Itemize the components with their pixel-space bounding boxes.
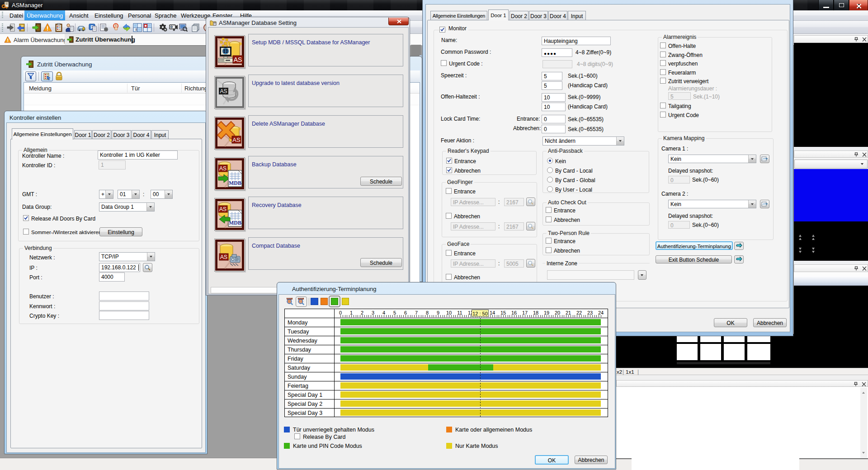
svg-text:AS: AS	[232, 136, 241, 143]
svg-text:AS: AS	[220, 254, 227, 260]
svg-text:AS: AS	[220, 88, 227, 94]
svg-text:AS: AS	[234, 56, 242, 63]
svg-text:MDB: MDB	[229, 180, 241, 186]
svg-text:AS: AS	[219, 206, 226, 212]
svg-text:AS: AS	[219, 165, 226, 172]
svg-text:MDB: MDB	[229, 220, 241, 226]
